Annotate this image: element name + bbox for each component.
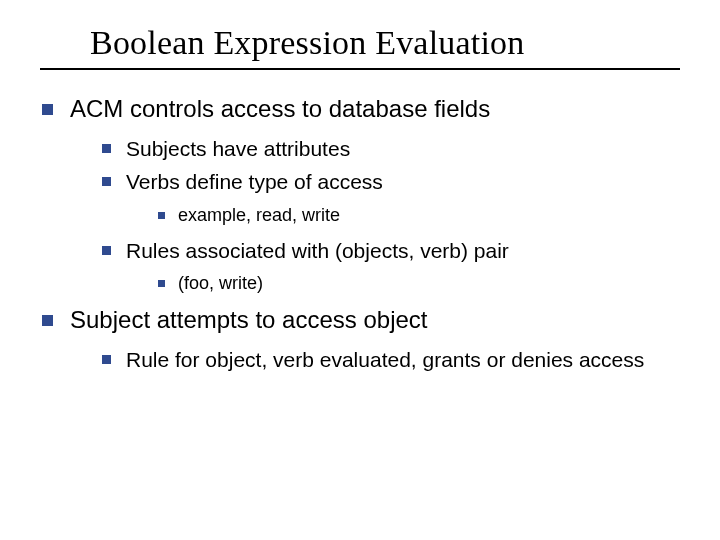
list-item: ACM controls access to database fields S… bbox=[40, 92, 680, 297]
bullet-list-l3: (foo, write) bbox=[126, 270, 680, 297]
bullet-text: Rules associated with (objects, verb) pa… bbox=[126, 239, 509, 262]
bullet-text: (foo, write) bbox=[178, 273, 263, 293]
bullet-list-l3: example, read, write bbox=[126, 202, 680, 229]
slide: Boolean Expression Evaluation ACM contro… bbox=[0, 0, 720, 540]
bullet-text: example, read, write bbox=[178, 205, 340, 225]
bullet-list-l2: Subjects have attributes Verbs define ty… bbox=[70, 133, 680, 298]
list-item: (foo, write) bbox=[156, 270, 680, 297]
list-item: Verbs define type of access example, rea… bbox=[100, 166, 680, 229]
bullet-list-l2: Rule for object, verb evaluated, grants … bbox=[70, 344, 680, 376]
slide-title: Boolean Expression Evaluation bbox=[90, 24, 680, 62]
list-item: Subjects have attributes bbox=[100, 133, 680, 165]
bullet-text: Subject attempts to access object bbox=[70, 306, 428, 333]
list-item: Rule for object, verb evaluated, grants … bbox=[100, 344, 680, 376]
bullet-text: Verbs define type of access bbox=[126, 170, 383, 193]
list-item: example, read, write bbox=[156, 202, 680, 229]
bullet-text: Subjects have attributes bbox=[126, 137, 350, 160]
bullet-text: Rule for object, verb evaluated, grants … bbox=[126, 348, 644, 371]
title-divider bbox=[40, 68, 680, 70]
list-item: Rules associated with (objects, verb) pa… bbox=[100, 235, 680, 298]
bullet-list-l1: ACM controls access to database fields S… bbox=[40, 92, 680, 376]
bullet-text: ACM controls access to database fields bbox=[70, 95, 490, 122]
list-item: Subject attempts to access object Rule f… bbox=[40, 303, 680, 375]
